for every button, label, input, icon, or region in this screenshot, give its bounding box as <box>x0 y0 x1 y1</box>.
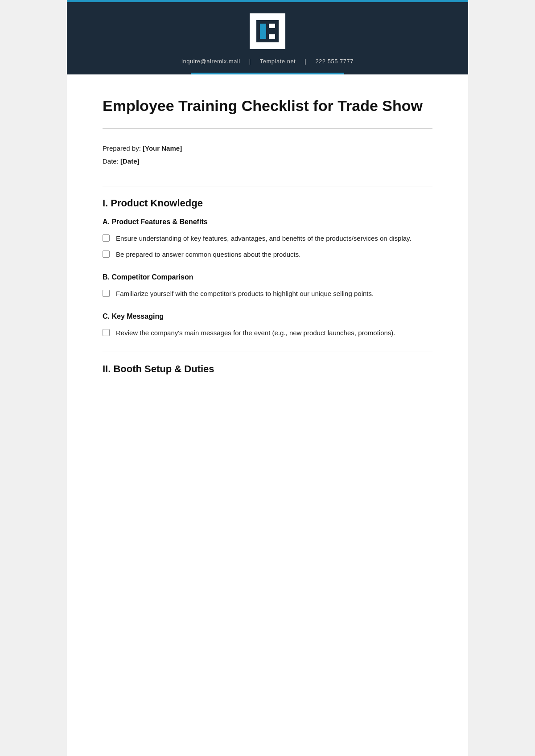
subsection-B: B. Competitor Comparison Familiarize you… <box>103 273 432 299</box>
checklist-text-A2: Be prepared to answer common questions a… <box>116 249 432 260</box>
subsection-A: A. Product Features & Benefits Ensure un… <box>103 218 432 260</box>
header-email: inquire@airemix.mail <box>181 58 240 65</box>
header-bottom-bar <box>76 73 459 74</box>
subsection-A-heading: A. Product Features & Benefits <box>103 218 432 226</box>
date-label: Date: <box>103 157 119 165</box>
page: inquire@airemix.mail | Template.net | 22… <box>67 0 468 756</box>
section-product-knowledge: I. Product Knowledge A. Product Features… <box>103 197 432 338</box>
list-item: Ensure understanding of key features, ad… <box>103 233 432 244</box>
header: inquire@airemix.mail | Template.net | 22… <box>67 0 468 74</box>
document-title: Employee Training Checklist for Trade Sh… <box>103 97 432 115</box>
prepared-by-line: Prepared by: [Your Name] <box>103 144 432 152</box>
checklist-text-C1: Review the company's main messages for t… <box>116 328 432 338</box>
main-content: Employee Training Checklist for Trade Sh… <box>67 74 468 406</box>
list-item: Familiarize yourself with the competitor… <box>103 288 432 299</box>
checklist-text-B1: Familiarize yourself with the competitor… <box>116 288 432 299</box>
subsection-C: C. Key Messaging Review the company's ma… <box>103 312 432 338</box>
prepared-by-value: [Your Name] <box>143 144 182 152</box>
subsection-B-heading: B. Competitor Comparison <box>103 273 432 281</box>
svg-rect-0 <box>256 20 279 42</box>
header-top-bar <box>67 0 468 2</box>
divider-meta <box>103 186 432 186</box>
checkbox-A2[interactable] <box>103 251 110 258</box>
section-booth-setup: II. Booth Setup & Duties <box>103 363 432 375</box>
list-item: Be prepared to answer common questions a… <box>103 249 432 260</box>
header-phone: 222 555 7777 <box>315 58 354 65</box>
divider-top <box>103 128 432 129</box>
header-contact: inquire@airemix.mail | Template.net | 22… <box>178 58 357 65</box>
subsection-C-heading: C. Key Messaging <box>103 312 432 320</box>
svg-rect-3 <box>269 34 275 39</box>
checkbox-C1[interactable] <box>103 329 110 336</box>
prepared-by-label: Prepared by: <box>103 144 141 152</box>
header-sep1: | <box>249 58 251 65</box>
meta-section: Prepared by: [Your Name] Date: [Date] <box>103 140 432 175</box>
checklist-text-A1: Ensure understanding of key features, ad… <box>116 233 432 244</box>
svg-rect-2 <box>269 24 275 28</box>
header-website: Template.net <box>260 58 296 65</box>
section-II-heading: II. Booth Setup & Duties <box>103 363 432 375</box>
header-sep2: | <box>305 58 306 65</box>
divider-section-I <box>103 352 432 352</box>
svg-rect-1 <box>260 24 266 39</box>
section-I-heading: I. Product Knowledge <box>103 197 432 209</box>
date-line: Date: [Date] <box>103 157 432 165</box>
date-value: [Date] <box>120 157 140 165</box>
checkbox-B1[interactable] <box>103 290 110 297</box>
logo-container <box>250 13 285 49</box>
checkbox-A1[interactable] <box>103 234 110 242</box>
logo-icon <box>256 20 279 42</box>
list-item: Review the company's main messages for t… <box>103 328 432 338</box>
